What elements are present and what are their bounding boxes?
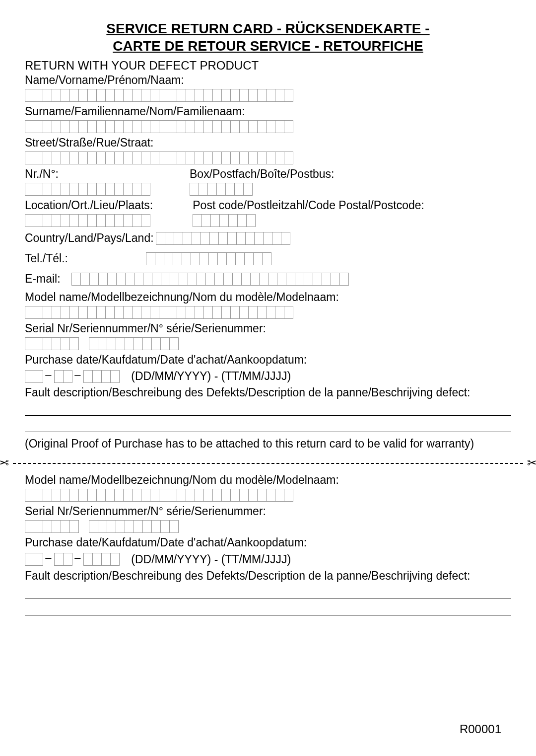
input-date-month-2[interactable] [54,553,72,566]
label-serial: Serial Nr/Seriennummer/N° série/Serienum… [25,322,511,335]
label-tel: Tel./Tél.: [25,252,144,265]
input-model[interactable] [25,306,293,319]
date-sep-1: – [45,369,52,381]
date-sep-3: – [45,551,52,564]
label-box: Box/Postfach/Boîte/Postbus: [190,167,335,181]
label-postcode: Post code/Postleitzahl/Code Postal/Postc… [193,199,424,212]
label-purchase: Purchase date/Kaufdatum/Date d'achat/Aan… [25,353,511,367]
input-date-day-2[interactable] [25,553,43,566]
label-name: Name/Vorname/Prénom/Naam: [25,74,511,87]
input-serial-b[interactable] [89,337,178,350]
label-location: Location/Ort./Lieu/Plaats: [25,199,153,212]
date-hint: (DD/MM/YYYY) - (TT/MM/JJJJ) [131,370,291,383]
input-street[interactable] [25,151,293,164]
input-serial-a[interactable] [25,337,78,350]
title-line-1: SERVICE RETURN CARD - RÜCKSENDEKARTE - [106,21,429,36]
fault-line-1[interactable] [25,402,511,416]
input-serial-2b[interactable] [89,520,178,533]
input-date-year[interactable] [83,370,119,383]
input-box[interactable] [190,183,252,196]
input-nr[interactable] [25,183,150,196]
input-name[interactable] [25,89,293,102]
page-title: SERVICE RETURN CARD - RÜCKSENDEKARTE - C… [25,20,511,55]
scissors-icon: ✂ [527,456,536,470]
input-model-2[interactable] [25,489,293,502]
label-street: Street/Straße/Rue/Straat: [25,136,511,150]
date-hint-2: (DD/MM/YYYY) - (TT/MM/JJJJ) [131,553,291,566]
fault-line-4[interactable] [25,602,511,615]
fault-line-3[interactable] [25,586,511,599]
input-postcode[interactable] [193,214,255,227]
input-date-day[interactable] [25,370,43,383]
doc-number: R00001 [460,722,501,736]
label-surname: Surname/Familienname/Nom/Familienaam: [25,105,511,118]
input-serial-2a[interactable] [25,520,78,533]
input-date-month[interactable] [54,370,72,383]
label-purchase-2: Purchase date/Kaufdatum/Date d'achat/Aan… [25,536,511,549]
fault-line-2[interactable] [25,419,511,432]
label-email: E-mail: [25,272,69,286]
date-sep-2: – [74,369,81,381]
proof-note: (Original Proof of Purchase has to be at… [25,437,511,451]
scissors-icon: ✂ [0,456,9,470]
label-serial-2: Serial Nr/Seriennummer/N° série/Serienum… [25,505,511,518]
label-model: Model name/Modellbezeichnung/Nom du modè… [25,291,511,304]
label-fault: Fault description/Beschreibung des Defek… [25,386,511,399]
input-tel[interactable] [146,252,271,265]
input-date-year-2[interactable] [83,553,119,566]
return-instruction: RETURN WITH YOUR DEFECT PRODUCT [25,59,511,73]
label-model-2: Model name/Modellbezeichnung/Nom du modè… [25,473,511,487]
label-nr: Nr./N°: [25,167,150,181]
label-country: Country/Land/Pays/Land: [25,231,154,245]
label-fault-2: Fault description/Beschreibung des Defek… [25,569,511,583]
input-surname[interactable] [25,120,293,133]
input-location[interactable] [25,214,150,227]
date-sep-4: – [74,551,81,564]
cut-line: ✂ ✂ [2,457,534,468]
input-email[interactable] [71,273,348,286]
title-line-2: CARTE DE RETOUR SERVICE - RETOURFICHE [113,38,423,54]
input-country[interactable] [156,232,290,245]
